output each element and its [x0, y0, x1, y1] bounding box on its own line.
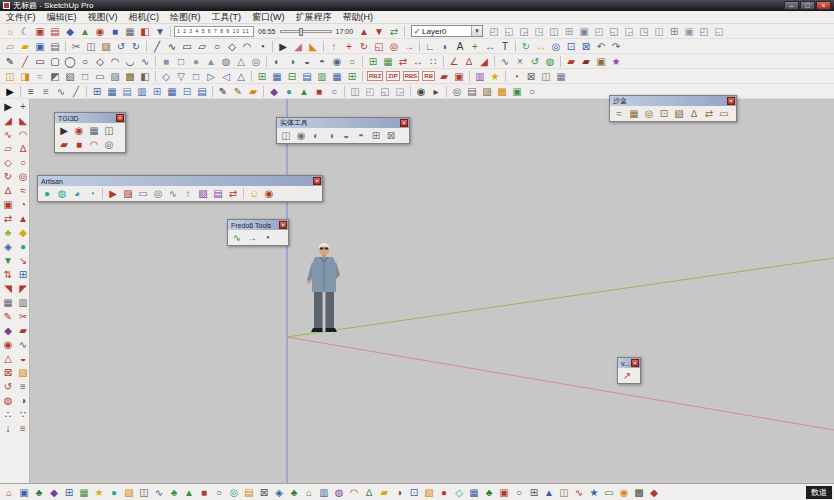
scale-figure[interactable] — [303, 240, 345, 336]
delta-red-icon[interactable]: ∆ — [1, 184, 15, 197]
arc-3-icon[interactable]: ◡ — [123, 55, 137, 68]
circle-purple-icon[interactable]: ◍ — [332, 486, 346, 499]
toolbar-sandbox[interactable]: 沙盒 × ≈▦◎⊡▧∆⇄▭ — [609, 95, 737, 122]
mesh-green-icon[interactable]: ▦ — [77, 486, 91, 499]
top-view-icon[interactable]: ▽ — [174, 70, 188, 83]
add-detail-icon[interactable]: ∆ — [687, 107, 701, 120]
pie-tool-icon[interactable]: ◔ — [255, 40, 269, 53]
axes-swap-icon[interactable]: ⇄ — [387, 25, 401, 38]
package-tool-icon[interactable]: ▣ — [594, 55, 608, 68]
pyramid-icon[interactable]: △ — [234, 55, 248, 68]
wave-tool-icon[interactable]: ∿ — [1, 128, 15, 141]
diamond-blue-icon[interactable]: ◈ — [272, 486, 286, 499]
stairs-icon-icon[interactable]: ≡ — [16, 422, 30, 435]
intersect-icon[interactable]: ◉ — [294, 129, 308, 142]
hatch-orange-icon[interactable]: ▨ — [122, 486, 136, 499]
textured-mode-icon[interactable]: ▩ — [123, 70, 137, 83]
swap-red-icon[interactable]: ⇄ — [1, 212, 15, 225]
tri-red-icon[interactable]: ∆ — [16, 142, 30, 155]
scissors-red-icon[interactable]: ✂ — [16, 310, 30, 323]
shadows-toggle-icon[interactable]: ◩ — [48, 70, 62, 83]
push-pull-tool-icon[interactable]: ↑ — [327, 40, 341, 53]
half-red-icon[interactable]: ◒ — [16, 352, 30, 365]
table-6-icon[interactable]: ▦ — [165, 85, 179, 98]
ripple-red-icon[interactable]: ≈ — [16, 184, 30, 197]
menu-item[interactable]: 绘图(R) — [170, 11, 201, 24]
drape-icon[interactable]: ▧ — [672, 107, 686, 120]
solid-b-icon[interactable]: ⊠ — [384, 129, 398, 142]
grid-3-icon[interactable]: ⊟ — [285, 70, 299, 83]
circle-blue-icon[interactable]: ○ — [212, 486, 226, 499]
green-plugin-1-icon[interactable]: ▲ — [78, 25, 92, 38]
artisan-mirror-icon[interactable]: ⇄ — [226, 187, 240, 200]
slider-thumb[interactable] — [299, 28, 303, 36]
target-orange-icon[interactable]: ◉ — [617, 486, 631, 499]
cone-icon[interactable]: ▲ — [204, 55, 218, 68]
misc-2-icon[interactable]: ⊠ — [524, 70, 538, 83]
smoove-icon[interactable]: ◎ — [642, 107, 656, 120]
purge-tool-icon[interactable]: ↺ — [528, 55, 542, 68]
misc-4-icon[interactable]: ▦ — [554, 70, 568, 83]
tgi3d-mesh-icon[interactable]: ▦ — [87, 124, 101, 137]
tree-green-2-icon[interactable]: ♣ — [167, 486, 181, 499]
menu-item[interactable]: 视图(V) — [88, 11, 118, 24]
lines-gray-icon[interactable]: ≡ — [16, 380, 30, 393]
comp-box-2-icon[interactable]: ◱ — [502, 25, 516, 38]
dot-red-icon[interactable]: ● — [437, 486, 451, 499]
ruby-console-icon[interactable]: ▥ — [473, 70, 487, 83]
plus-box-gray-icon[interactable]: ⊞ — [527, 486, 541, 499]
toolbar-mini[interactable]: v... × ↗ — [617, 357, 641, 384]
comp-box-1-icon[interactable]: ◰ — [487, 25, 501, 38]
blue-plugin-icon[interactable]: ○ — [327, 85, 341, 98]
freehand-tool-icon[interactable]: ∿ — [165, 40, 179, 53]
solid-union-icon[interactable]: ◐ — [270, 55, 284, 68]
shadow-month-strip[interactable]: 1 2 3 4 5 6 7 8 9 10 11 12 — [174, 26, 254, 37]
grid-red-icon[interactable]: ▣ — [497, 486, 511, 499]
rect-outline-icon[interactable]: ▭ — [33, 55, 47, 68]
teal-plugin-icon[interactable]: ● — [282, 85, 296, 98]
solid-subtract-icon[interactable]: ◑ — [285, 55, 299, 68]
artisan-subdivide-icon[interactable]: ● — [40, 187, 54, 200]
date-spin-down-icon[interactable]: ▼ — [372, 25, 386, 38]
artisan-inflate-icon[interactable]: ◎ — [151, 187, 165, 200]
grid-blue-icon[interactable]: ▣ — [17, 486, 31, 499]
comp-box-12-icon[interactable]: ◫ — [652, 25, 666, 38]
dot-red-icon[interactable]: ◍ — [1, 394, 15, 407]
zoom-tool-icon[interactable]: ◎ — [549, 40, 563, 53]
dimension-tool-icon[interactable]: ↔ — [483, 40, 497, 53]
close-icon[interactable]: × — [631, 359, 639, 367]
arc-red-icon[interactable]: ◠ — [347, 486, 361, 499]
video-icon-icon[interactable]: ▸ — [429, 85, 443, 98]
star-blue-icon[interactable]: ★ — [587, 486, 601, 499]
tgi3d-select-icon[interactable]: ▶ — [57, 124, 71, 137]
footprints-icon-icon[interactable]: ∴ — [1, 408, 15, 421]
follow-me-tool-icon[interactable]: → — [402, 40, 416, 53]
tgi3d-calibrate-icon[interactable]: ◉ — [72, 124, 86, 137]
rect-green-icon[interactable]: ▭ — [602, 486, 616, 499]
trim-icon[interactable]: ◒ — [339, 129, 353, 142]
box-solid-icon[interactable]: ■ — [159, 55, 173, 68]
solid-trim-icon[interactable]: ◒ — [300, 55, 314, 68]
stamp-icon[interactable]: ⊡ — [657, 107, 671, 120]
triangle-tool-icon[interactable]: ∆ — [462, 55, 476, 68]
house-tan-icon[interactable]: ⌂ — [302, 486, 316, 499]
plugin-format-chip[interactable]: ZIP — [386, 71, 399, 81]
sq-red-icon[interactable]: ■ — [197, 486, 211, 499]
red-folder-2-icon[interactable]: ▰ — [579, 55, 593, 68]
arc-tool-icon[interactable]: ◠ — [240, 40, 254, 53]
comp-box-8-icon[interactable]: ◰ — [592, 25, 606, 38]
toolbar-tgi3d-titlebar[interactable]: TGI3D × — [55, 113, 125, 123]
house-red-icon[interactable]: ⌂ — [2, 486, 16, 499]
solid-split-icon[interactable]: ◓ — [315, 55, 329, 68]
artisan-help-icon[interactable]: ☺ — [247, 187, 261, 200]
clock-red-icon[interactable]: ◔ — [16, 198, 30, 211]
table-8-icon[interactable]: ▤ — [195, 85, 209, 98]
move-tool-icon[interactable]: + — [342, 40, 356, 53]
table-2-icon[interactable]: ▦ — [105, 85, 119, 98]
table-3-icon[interactable]: ▤ — [120, 85, 134, 98]
target-teal-icon[interactable]: ◎ — [227, 486, 241, 499]
red-folder-1-icon[interactable]: ▰ — [564, 55, 578, 68]
info-icon-icon[interactable]: ○ — [525, 85, 539, 98]
artisan-sculpt-icon[interactable]: ◕ — [70, 187, 84, 200]
solid-a-icon[interactable]: ⊞ — [369, 129, 383, 142]
